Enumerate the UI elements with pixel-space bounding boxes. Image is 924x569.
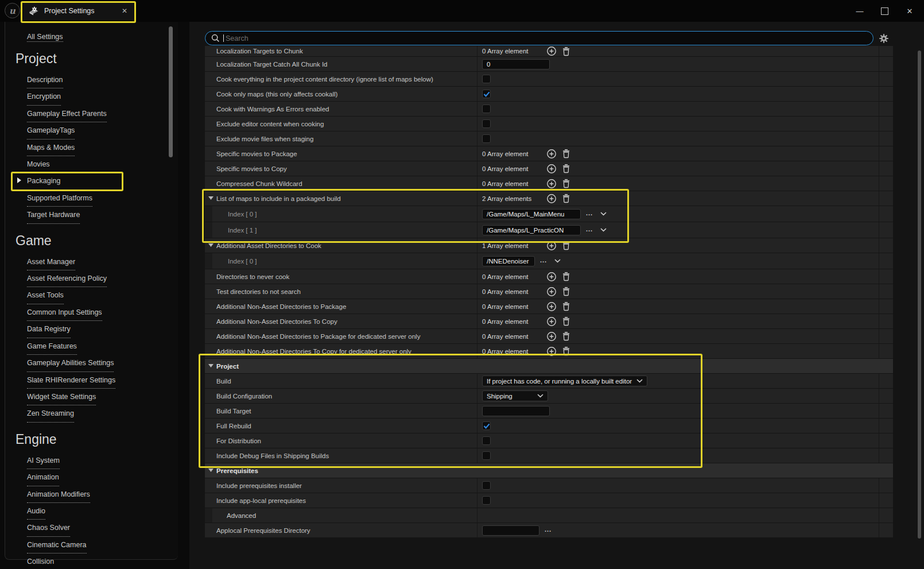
- delete-elements-button[interactable]: [562, 47, 570, 56]
- tab-close-icon[interactable]: ✕: [121, 7, 129, 15]
- sidebar-item-all-settings[interactable]: All Settings: [27, 33, 63, 42]
- sidebar-item-target-hardware[interactable]: Target Hardware: [27, 207, 178, 223]
- sidebar-link[interactable]: GameplayTags: [27, 123, 75, 139]
- delete-elements-button[interactable]: [562, 301, 570, 311]
- sidebar-item-chaos-solver[interactable]: Chaos Solver: [27, 520, 178, 536]
- sidebar-link[interactable]: Zen Streaming: [27, 407, 74, 422]
- checkbox[interactable]: [482, 496, 491, 505]
- add-element-button[interactable]: [546, 46, 557, 56]
- sidebar-link[interactable]: Chaos Solver: [27, 521, 70, 536]
- sidebar-item-asset-manager[interactable]: Asset Manager: [27, 254, 178, 270]
- sidebar-item-animation[interactable]: Animation: [27, 469, 178, 486]
- sidebar-link[interactable]: Asset Manager: [27, 255, 75, 270]
- sidebar-link[interactable]: Maps & Modes: [27, 141, 75, 156]
- sidebar-link[interactable]: Widget State Settings: [27, 390, 96, 405]
- sidebar-item-asset-referencing-policy[interactable]: Asset Referencing Policy: [27, 270, 178, 287]
- sidebar-item-widget-state-settings[interactable]: Widget State Settings: [27, 389, 178, 405]
- delete-elements-button[interactable]: [562, 149, 570, 158]
- sidebar-link[interactable]: Animation Modifiers: [27, 487, 90, 503]
- sidebar-item-audio[interactable]: Audio: [27, 503, 178, 520]
- main-scrollbar[interactable]: [918, 51, 921, 539]
- chevron-down-icon[interactable]: [600, 212, 607, 216]
- checkbox[interactable]: [482, 451, 491, 460]
- sidebar-item-asset-tools[interactable]: Asset Tools: [27, 287, 178, 304]
- settings-row-prerequisites-28[interactable]: Prerequisites: [205, 463, 893, 478]
- add-element-button[interactable]: [546, 149, 557, 159]
- checkbox[interactable]: [482, 436, 491, 445]
- settings-row-project-21[interactable]: Project: [205, 359, 893, 373]
- add-element-button[interactable]: [546, 331, 557, 342]
- sidebar-link[interactable]: Gameplay Abilities Settings: [27, 356, 114, 371]
- sidebar-item-supported-platforms[interactable]: Supported Platforms: [27, 190, 178, 207]
- sidebar-item-cinematic-camera[interactable]: Cinematic Camera: [27, 537, 178, 553]
- sidebar-link[interactable]: Packaging: [27, 174, 60, 189]
- sidebar-link[interactable]: Movies: [27, 157, 50, 173]
- search-input[interactable]: [224, 34, 873, 42]
- delete-elements-button[interactable]: [562, 179, 570, 188]
- add-element-button[interactable]: [546, 179, 557, 189]
- ellipsis-button[interactable]: ...: [586, 210, 593, 216]
- tab-project-settings[interactable]: Project Settings ✕: [23, 2, 134, 20]
- add-element-button[interactable]: [546, 164, 557, 174]
- add-element-button[interactable]: [546, 346, 557, 357]
- delete-elements-button[interactable]: [562, 316, 570, 326]
- delete-elements-button[interactable]: [562, 331, 570, 341]
- asset-path-input[interactable]: /NNEDenoiser: [482, 256, 535, 266]
- sidebar-link[interactable]: Encryption: [27, 90, 61, 105]
- delete-elements-button[interactable]: [562, 272, 570, 281]
- sidebar-scrollbar[interactable]: [169, 26, 173, 157]
- sidebar-link[interactable]: Asset Tools: [27, 288, 64, 304]
- checkbox[interactable]: [482, 421, 491, 430]
- sidebar-item-game-features[interactable]: Game Features: [27, 338, 178, 355]
- add-element-button[interactable]: [546, 241, 557, 251]
- sidebar-link[interactable]: Asset Referencing Policy: [27, 272, 107, 287]
- sidebar-item-slate-rhirenderer-settings[interactable]: Slate RHIRenderer Settings: [27, 372, 178, 389]
- add-element-button[interactable]: [546, 316, 557, 327]
- sidebar-item-description[interactable]: Description: [27, 72, 178, 88]
- delete-elements-button[interactable]: [562, 287, 570, 296]
- dropdown-build-configuration[interactable]: Shipping: [482, 390, 548, 401]
- checkbox[interactable]: [482, 104, 491, 113]
- delete-elements-button[interactable]: [562, 346, 570, 356]
- asset-path-input[interactable]: /Game/Maps/L_MainMenu: [482, 209, 581, 219]
- sidebar-item-encryption[interactable]: Encryption: [27, 88, 178, 105]
- sidebar-item-animation-modifiers[interactable]: Animation Modifiers: [27, 486, 178, 503]
- asset-path-input[interactable]: /Game/Maps/L_PracticON: [482, 225, 581, 235]
- sidebar-link[interactable]: Data Registry: [27, 322, 71, 338]
- minimize-button[interactable]: —: [856, 7, 864, 16]
- add-element-button[interactable]: [546, 193, 557, 204]
- sidebar-item-data-registry[interactable]: Data Registry: [27, 321, 178, 338]
- sidebar-item-maps-modes[interactable]: Maps & Modes: [27, 140, 178, 156]
- sidebar-item-collision[interactable]: Collision: [27, 553, 178, 569]
- sidebar-link[interactable]: Slate RHIRenderer Settings: [27, 373, 115, 389]
- chevron-down-icon[interactable]: [600, 228, 607, 232]
- sidebar-link[interactable]: Target Hardware: [27, 208, 80, 223]
- checkbox[interactable]: [482, 481, 491, 490]
- sidebar-link[interactable]: Collision: [27, 555, 54, 569]
- ellipsis-button[interactable]: ...: [586, 226, 593, 233]
- sidebar-link[interactable]: Audio: [27, 504, 45, 520]
- checkbox[interactable]: [482, 134, 491, 143]
- sidebar-item-movies[interactable]: Movies: [27, 156, 178, 173]
- sidebar-item-zen-streaming[interactable]: Zen Streaming: [27, 405, 178, 422]
- chevron-down-icon[interactable]: [554, 259, 561, 263]
- add-element-button[interactable]: [546, 301, 557, 312]
- sidebar-item-gameplay-effect-parents[interactable]: Gameplay Effect Parents: [27, 106, 178, 122]
- maximize-button[interactable]: [881, 7, 888, 15]
- add-element-button[interactable]: [546, 287, 557, 297]
- checkbox[interactable]: [482, 75, 491, 83]
- sidebar-item-gameplaytags[interactable]: GameplayTags: [27, 122, 178, 139]
- directory-input[interactable]: [482, 525, 539, 536]
- sidebar-link[interactable]: Description: [27, 73, 63, 88]
- delete-elements-button[interactable]: [562, 193, 570, 203]
- sidebar-link[interactable]: Cinematic Camera: [27, 538, 87, 553]
- sidebar-link[interactable]: AI System: [27, 454, 60, 469]
- delete-elements-button[interactable]: [562, 164, 570, 173]
- sidebar-link[interactable]: Game Features: [27, 339, 77, 355]
- text-input[interactable]: [482, 406, 550, 416]
- sidebar-link[interactable]: Supported Platforms: [27, 191, 92, 207]
- ellipsis-button[interactable]: ...: [545, 526, 552, 533]
- checkbox[interactable]: [482, 119, 491, 128]
- close-button[interactable]: ✕: [906, 7, 914, 16]
- sidebar-link[interactable]: Animation: [27, 470, 59, 486]
